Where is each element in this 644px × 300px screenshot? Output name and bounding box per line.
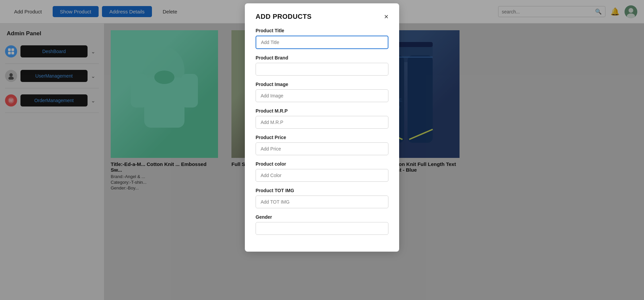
form-group-title: Product Title	[256, 28, 388, 49]
label-gender: Gender	[256, 214, 388, 220]
input-product-color[interactable]	[256, 169, 388, 182]
input-product-tot-img[interactable]	[256, 196, 388, 208]
input-product-brand[interactable]	[256, 63, 388, 76]
form-group-mrp: Product M.R.P	[256, 108, 388, 129]
form-group-gender: Gender	[256, 214, 388, 235]
label-product-image: Product Image	[256, 82, 388, 87]
label-product-tot-img: Product TOT IMG	[256, 188, 388, 193]
input-product-title[interactable]	[256, 36, 388, 49]
form-group-color: Product color	[256, 161, 388, 182]
modal-header: ADD PRODUCTS ×	[256, 13, 388, 20]
add-products-modal: ADD PRODUCTS × Product Title Product Bra…	[245, 3, 399, 252]
label-product-price: Product Price	[256, 135, 388, 140]
modal-title: ADD PRODUCTS	[256, 13, 312, 20]
label-product-mrp: Product M.R.P	[256, 108, 388, 114]
input-product-mrp[interactable]	[256, 116, 388, 129]
modal-overlay[interactable]: ADD PRODUCTS × Product Title Product Bra…	[0, 0, 644, 300]
input-product-image[interactable]	[256, 89, 388, 102]
form-group-price: Product Price	[256, 135, 388, 155]
form-group-brand: Product Brand	[256, 55, 388, 76]
input-gender[interactable]	[256, 222, 388, 235]
modal-close-button[interactable]: ×	[384, 13, 388, 20]
label-product-brand: Product Brand	[256, 55, 388, 60]
label-product-color: Product color	[256, 161, 388, 167]
form-group-tot-img: Product TOT IMG	[256, 188, 388, 208]
form-group-image: Product Image	[256, 82, 388, 102]
input-product-price[interactable]	[256, 142, 388, 155]
label-product-title: Product Title	[256, 28, 388, 33]
